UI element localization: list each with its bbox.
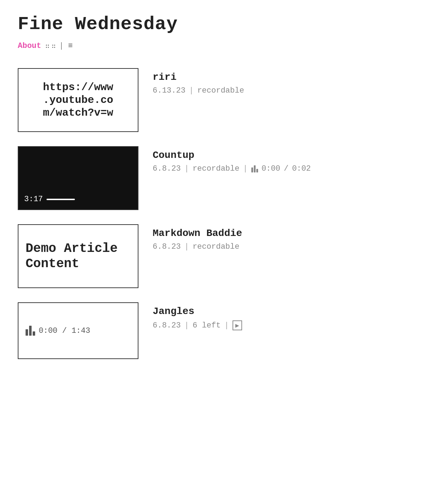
- audio-bars-icon: [26, 326, 35, 336]
- play-badge[interactable]: ▶: [233, 320, 242, 330]
- list-item: https://www.youtube.com/watch?v=w riri 6…: [18, 68, 430, 132]
- meta-separator: |: [184, 321, 189, 330]
- bar-1: [251, 167, 253, 172]
- item-tag: recordable: [192, 164, 239, 173]
- item-thumbnail-3[interactable]: Demo Article Content: [18, 224, 138, 288]
- item-title[interactable]: Markdown Baddie: [153, 228, 430, 239]
- nav-about-link[interactable]: About: [18, 42, 41, 50]
- item-thumbnail-1[interactable]: https://www.youtube.com/watch?v=w: [18, 68, 138, 132]
- item-tag: recordable: [192, 242, 239, 251]
- item-thumbnail-4[interactable]: 0:00 / 1:43: [18, 302, 138, 359]
- audio-total: 0:02: [292, 164, 311, 173]
- item-info-3: Markdown Baddie 6.8.23 | recordable: [153, 224, 430, 251]
- meta-separator: |: [224, 321, 229, 330]
- item-tag: recordable: [197, 86, 244, 95]
- list-icon[interactable]: ≡: [68, 42, 73, 50]
- thumbnail-url-text: https://www.youtube.com/watch?v=w: [36, 74, 120, 126]
- audio-sep: /: [284, 164, 288, 173]
- nav-bar: About ∷ ∷ | ≡: [18, 42, 430, 50]
- bar-2: [29, 326, 32, 336]
- list-item: 3:17 Countup 6.8.23 | recordable | 0:00 …: [18, 146, 430, 210]
- item-tag: 6 left: [192, 321, 220, 330]
- audio-time-display: 0:00 / 1:43: [39, 326, 90, 335]
- audio-bars-icon: [251, 165, 258, 172]
- video-progress-bar: [47, 199, 75, 200]
- item-meta: 6.8.23 | recordable | 0:00 / 0:02: [153, 164, 430, 173]
- item-meta: 6.8.23 | 6 left | ▶: [153, 320, 430, 330]
- item-info-1: riri 6.13.23 | recordable: [153, 68, 430, 95]
- list-item: 0:00 / 1:43 Jangles 6.8.23 | 6 left | ▶: [18, 302, 430, 359]
- bar-3: [256, 169, 258, 172]
- grid-icon[interactable]: ∷ ∷: [45, 42, 55, 50]
- item-info-2: Countup 6.8.23 | recordable | 0:00 / 0:0…: [153, 146, 430, 173]
- item-meta: 6.13.23 | recordable: [153, 86, 430, 95]
- bar-3: [33, 331, 35, 336]
- bar-2: [254, 165, 256, 172]
- item-date: 6.8.23: [153, 321, 181, 330]
- items-list: https://www.youtube.com/watch?v=w riri 6…: [18, 68, 430, 359]
- item-date: 6.8.23: [153, 164, 181, 173]
- item-thumbnail-2[interactable]: 3:17: [18, 146, 138, 210]
- item-date: 6.13.23: [153, 86, 185, 95]
- item-title[interactable]: Jangles: [153, 306, 430, 317]
- meta-separator: |: [243, 164, 247, 173]
- item-date: 6.8.23: [153, 242, 181, 251]
- audio-current: 0:00: [262, 164, 280, 173]
- meta-separator: |: [184, 242, 189, 251]
- meta-separator: |: [189, 86, 193, 95]
- video-time: 3:17: [24, 195, 43, 204]
- meta-separator: |: [184, 164, 189, 173]
- item-info-4: Jangles 6.8.23 | 6 left | ▶: [153, 302, 430, 330]
- item-title[interactable]: Countup: [153, 150, 430, 161]
- list-item: Demo Article Content Markdown Baddie 6.8…: [18, 224, 430, 288]
- item-title[interactable]: riri: [153, 72, 430, 83]
- item-meta: 6.8.23 | recordable: [153, 242, 430, 251]
- bar-1: [26, 329, 28, 336]
- video-overlay: 3:17: [24, 195, 75, 204]
- page-title: Fine Wednesday: [18, 14, 430, 34]
- nav-separator: |: [59, 42, 64, 50]
- thumbnail-article-text: Demo Article Content: [18, 234, 138, 279]
